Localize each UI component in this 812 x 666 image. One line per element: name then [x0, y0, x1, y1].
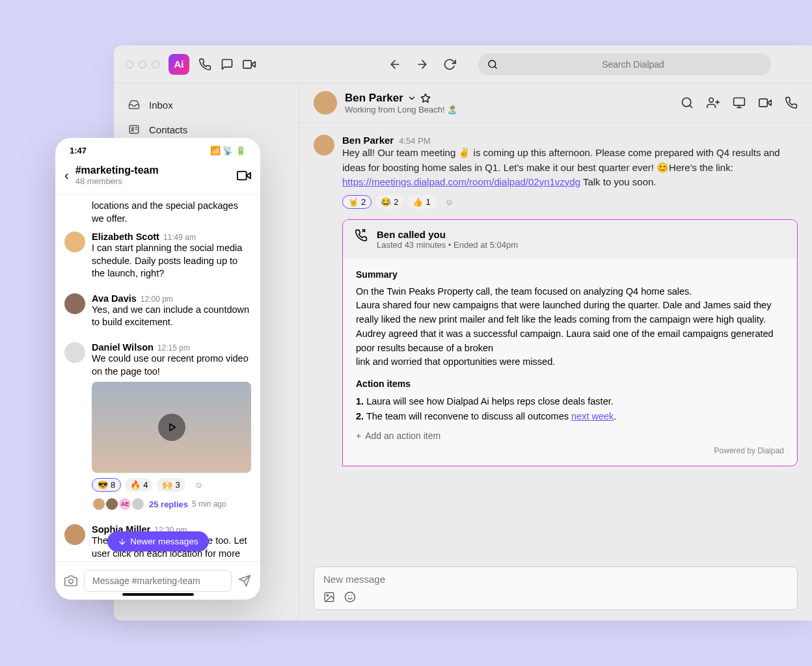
- call-meta: Lasted 43 minutes • Ended at 5:04pm: [377, 240, 518, 250]
- phone-icon[interactable]: [198, 58, 211, 71]
- message: Elizabeth Scott11:49 am I can start plan…: [64, 225, 251, 287]
- avatar: [314, 91, 337, 114]
- message-feed[interactable]: locations and the special packages we of…: [55, 194, 260, 561]
- msg-author: Ben Parker: [342, 135, 394, 146]
- reaction[interactable]: 🙌3: [157, 478, 185, 492]
- msg-text: I can start planning the social media sc…: [92, 242, 251, 280]
- svg-rect-11: [237, 171, 247, 180]
- reaction[interactable]: 👍1: [407, 195, 435, 209]
- video-call-icon[interactable]: [759, 96, 772, 109]
- svg-point-5: [709, 98, 714, 103]
- chat-pane: Ben Parker Working from Long Beach! 🏝️: [299, 83, 812, 620]
- add-user-icon[interactable]: [707, 96, 720, 109]
- avatar: [64, 342, 85, 363]
- back-icon[interactable]: [388, 58, 401, 71]
- chat-title: Ben Parker: [345, 92, 403, 105]
- message: Ben Parker 4:54 PM Hey all! Our team mee…: [314, 135, 798, 209]
- msg-author: Daniel Wilson: [92, 342, 154, 353]
- svg-rect-0: [243, 60, 252, 68]
- msg-text: We could use our recent promo video on t…: [92, 353, 251, 378]
- next-week-link[interactable]: next week: [571, 411, 614, 421]
- chat-icon[interactable]: [221, 58, 234, 71]
- screen-icon[interactable]: [733, 96, 746, 109]
- summary-text: On the Twin Peaks Property call, the tea…: [356, 285, 784, 370]
- search-bar[interactable]: [478, 53, 771, 75]
- svg-point-10: [345, 593, 355, 602]
- app-logo: Ai: [169, 54, 189, 75]
- compose-input[interactable]: [323, 574, 788, 585]
- message-input[interactable]: [84, 570, 232, 592]
- call-summary-card: Ben called you Lasted 43 minutes • Ended…: [342, 219, 798, 467]
- video-attachment[interactable]: [92, 382, 251, 473]
- avatar: [64, 293, 85, 314]
- reactions: 🤘2 😂2 👍1 ☺: [342, 195, 798, 209]
- phone-call-icon[interactable]: [785, 96, 798, 109]
- inbox-icon: [128, 99, 140, 111]
- summary-label: Summary: [356, 269, 784, 280]
- mobile-screen: 1:47 📶 📡 🔋 ‹ #marketing-team 48 members …: [55, 138, 260, 600]
- msg-text: Hey all! Our team meeting ✌️ is coming u…: [342, 146, 798, 190]
- channel-name[interactable]: #marketing-team: [75, 165, 159, 176]
- search-icon[interactable]: [681, 96, 694, 109]
- forward-icon[interactable]: [416, 58, 429, 71]
- status-icons: 📶 📡 🔋: [210, 146, 246, 155]
- emoji-icon[interactable]: [344, 591, 356, 603]
- send-icon[interactable]: [238, 574, 251, 587]
- call-title: Ben called you: [377, 229, 518, 240]
- msg-continuation: locations and the special packages we of…: [64, 194, 251, 225]
- reaction[interactable]: 😂2: [375, 195, 403, 209]
- reaction[interactable]: 🤘2: [342, 195, 372, 209]
- camera-icon[interactable]: [64, 574, 77, 587]
- action-items-label: Action items: [356, 379, 784, 389]
- status-bar: 1:47 📶 📡 🔋: [55, 138, 260, 159]
- powered-by: Powered by Dialpad: [356, 446, 784, 455]
- avatar: [314, 135, 334, 155]
- msg-time: 11:49 am: [163, 233, 196, 242]
- clock: 1:47: [70, 146, 87, 155]
- svg-point-9: [327, 594, 328, 596]
- svg-rect-7: [759, 99, 768, 107]
- add-reaction[interactable]: ☺: [189, 478, 208, 492]
- msg-time: 4:54 PM: [399, 136, 430, 146]
- reload-icon[interactable]: [443, 58, 456, 71]
- avatar: [64, 524, 85, 545]
- search-input[interactable]: [504, 59, 762, 70]
- chat-header: Ben Parker Working from Long Beach! 🏝️: [299, 83, 812, 123]
- chat-status: Working from Long Beach! 🏝️: [345, 105, 457, 114]
- thread-replies[interactable]: AE 25 replies 5 min ago: [92, 497, 251, 511]
- call-icon: [355, 229, 368, 242]
- star-icon[interactable]: [420, 93, 431, 103]
- window-controls[interactable]: [126, 60, 159, 68]
- composer: [299, 556, 812, 620]
- msg-text: Yes, and we can include a countdown to b…: [92, 304, 251, 329]
- channel-header: ‹ #marketing-team 48 members: [55, 159, 260, 194]
- play-icon: [158, 414, 185, 441]
- reaction[interactable]: 😎8: [92, 478, 121, 492]
- add-reaction[interactable]: ☺: [440, 195, 459, 209]
- reaction[interactable]: 🔥4: [125, 478, 153, 492]
- contacts-icon: [128, 124, 140, 135]
- search-icon: [487, 59, 498, 70]
- add-action-item[interactable]: +Add an action item: [356, 431, 784, 441]
- msg-author: Ava Davis: [92, 293, 137, 304]
- nav-label: Inbox: [149, 100, 173, 111]
- arrow-down-icon: [117, 537, 126, 546]
- avatar: [64, 232, 85, 252]
- nav-inbox[interactable]: Inbox: [114, 92, 299, 117]
- image-icon[interactable]: [323, 591, 335, 603]
- chevron-down-icon[interactable]: [407, 94, 416, 103]
- svg-rect-6: [734, 98, 745, 106]
- titlebar: Ai: [114, 46, 812, 83]
- msg-time: 12:00 pm: [141, 295, 173, 304]
- svg-point-3: [131, 127, 133, 129]
- message: Daniel Wilson12:15 pm We could use our r…: [64, 336, 251, 518]
- newer-messages-button[interactable]: Newer messages: [107, 531, 208, 552]
- msg-time: 12:15 pm: [157, 343, 190, 353]
- back-button[interactable]: ‹: [64, 168, 69, 183]
- video-icon[interactable]: [237, 168, 251, 183]
- nav-label: Contacts: [149, 124, 187, 135]
- msg-author: Elizabeth Scott: [92, 232, 159, 242]
- meeting-link[interactable]: https://meetings.dialpad.com/room/dialpa…: [342, 176, 580, 187]
- home-indicator: [122, 593, 194, 596]
- video-icon[interactable]: [243, 58, 256, 71]
